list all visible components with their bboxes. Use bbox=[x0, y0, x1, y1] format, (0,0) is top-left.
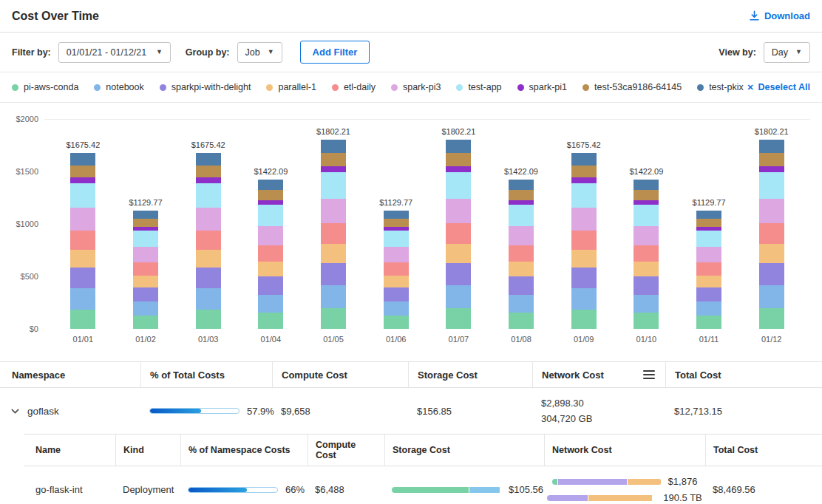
bar-segment-sparkpi-with-delight[interactable] bbox=[321, 263, 346, 286]
bar-segment-notebook[interactable] bbox=[759, 285, 784, 308]
bar-segment-etl-daily[interactable] bbox=[759, 223, 784, 244]
bar-segment-test-53ca9186-64145[interactable] bbox=[321, 153, 346, 166]
bar-segment-test-pkix[interactable] bbox=[759, 140, 784, 153]
bar-segment-pi-aws-conda[interactable] bbox=[70, 310, 95, 329]
bar-segment-test-pkix[interactable] bbox=[321, 140, 346, 153]
legend-item-test-53ca9186-64145[interactable]: test-53ca9186-64145 bbox=[582, 82, 682, 92]
bar-segment-test-53ca9186-64145[interactable] bbox=[384, 219, 409, 227]
bar-segment-test-53ca9186-64145[interactable] bbox=[70, 166, 95, 178]
bar-segment-test-53ca9186-64145[interactable] bbox=[571, 166, 597, 178]
stacked-bar[interactable] bbox=[759, 140, 784, 329]
collapse-chevron-icon[interactable] bbox=[10, 406, 20, 416]
bar-segment-notebook[interactable] bbox=[384, 302, 409, 316]
legend-item-notebook[interactable]: notebook bbox=[94, 82, 143, 92]
legend-item-parallel-1[interactable]: parallel-1 bbox=[266, 82, 316, 92]
bar-segment-spark-pi3[interactable] bbox=[571, 208, 597, 231]
bar-segment-etl-daily[interactable] bbox=[384, 262, 409, 276]
stacked-bar[interactable] bbox=[446, 140, 471, 329]
bar-segment-spark-pi1[interactable] bbox=[571, 177, 597, 183]
bar-segment-pi-aws-conda[interactable] bbox=[196, 310, 221, 329]
bar-segment-etl-daily[interactable] bbox=[696, 262, 721, 276]
bar-segment-spark-pi3[interactable] bbox=[258, 226, 283, 245]
bar-segment-parallel-1[interactable] bbox=[133, 276, 158, 287]
bar-segment-spark-pi3[interactable] bbox=[696, 247, 721, 262]
bar-segment-test-app[interactable] bbox=[634, 205, 659, 225]
bar-segment-notebook[interactable] bbox=[446, 285, 471, 308]
bar-segment-notebook[interactable] bbox=[133, 302, 158, 316]
bar-segment-sparkpi-with-delight[interactable] bbox=[70, 268, 95, 289]
bar-segment-test-53ca9186-64145[interactable] bbox=[696, 219, 721, 227]
bar-segment-parallel-1[interactable] bbox=[321, 244, 346, 263]
bar-segment-spark-pi3[interactable] bbox=[133, 247, 158, 262]
stacked-bar[interactable] bbox=[571, 153, 597, 329]
bar-segment-spark-pi3[interactable] bbox=[70, 208, 95, 231]
bar-segment-spark-pi3[interactable] bbox=[634, 226, 659, 245]
bar-segment-etl-daily[interactable] bbox=[321, 223, 346, 244]
bar-segment-test-53ca9186-64145[interactable] bbox=[509, 190, 534, 200]
bar-segment-test-app[interactable] bbox=[446, 172, 471, 199]
bar-segment-test-53ca9186-64145[interactable] bbox=[133, 219, 158, 227]
bar-segment-sparkpi-with-delight[interactable] bbox=[446, 263, 471, 286]
bar-segment-test-pkix[interactable] bbox=[258, 180, 283, 190]
bar-segment-test-53ca9186-64145[interactable] bbox=[634, 190, 659, 200]
add-filter-button[interactable]: Add Filter bbox=[300, 41, 370, 64]
bar-segment-test-app[interactable] bbox=[70, 183, 95, 208]
bar-segment-notebook[interactable] bbox=[70, 288, 95, 310]
group-by-select[interactable]: Job ▼ bbox=[237, 42, 282, 63]
bar-segment-parallel-1[interactable] bbox=[696, 276, 721, 287]
bar-segment-parallel-1[interactable] bbox=[571, 250, 597, 268]
bar-segment-spark-pi1[interactable] bbox=[196, 177, 221, 183]
bar-segment-notebook[interactable] bbox=[571, 288, 597, 310]
bar-segment-pi-aws-conda[interactable] bbox=[446, 308, 471, 329]
bar-segment-sparkpi-with-delight[interactable] bbox=[571, 268, 597, 289]
bar-segment-notebook[interactable] bbox=[634, 295, 659, 313]
bar-segment-notebook[interactable] bbox=[196, 288, 221, 310]
stacked-bar[interactable] bbox=[384, 211, 409, 329]
bar-segment-spark-pi3[interactable] bbox=[196, 208, 221, 231]
bar-segment-pi-aws-conda[interactable] bbox=[509, 313, 534, 329]
bar-segment-etl-daily[interactable] bbox=[196, 231, 221, 250]
bar-segment-etl-daily[interactable] bbox=[133, 262, 158, 276]
bar-segment-etl-daily[interactable] bbox=[634, 245, 659, 262]
bar-segment-test-pkix[interactable] bbox=[70, 153, 95, 166]
bar-segment-parallel-1[interactable] bbox=[70, 250, 95, 268]
bar-segment-sparkpi-with-delight[interactable] bbox=[133, 287, 158, 302]
bar-segment-spark-pi3[interactable] bbox=[384, 247, 409, 262]
bar-segment-spark-pi3[interactable] bbox=[509, 226, 534, 245]
bar-segment-test-app[interactable] bbox=[509, 205, 534, 225]
workload-row-go-flask-int[interactable]: go-flask-int Deployment 66% $6,488 $105.… bbox=[24, 466, 822, 504]
bar-segment-etl-daily[interactable] bbox=[446, 223, 471, 244]
bar-segment-parallel-1[interactable] bbox=[634, 262, 659, 276]
bar-segment-parallel-1[interactable] bbox=[196, 250, 221, 268]
bar-segment-pi-aws-conda[interactable] bbox=[384, 316, 409, 329]
bar-segment-test-pkix[interactable] bbox=[696, 211, 721, 219]
bar-segment-test-pkix[interactable] bbox=[634, 180, 659, 190]
date-range-select[interactable]: 01/01/21 - 01/12/21 ▼ bbox=[58, 42, 171, 63]
bar-segment-pi-aws-conda[interactable] bbox=[634, 313, 659, 329]
column-settings-icon[interactable] bbox=[642, 369, 656, 381]
legend-item-test-pkix[interactable]: test-pkix bbox=[697, 82, 744, 92]
stacked-bar[interactable] bbox=[634, 180, 659, 329]
bar-segment-parallel-1[interactable] bbox=[759, 244, 784, 263]
bar-segment-test-app[interactable] bbox=[571, 183, 597, 208]
download-button[interactable]: Download bbox=[749, 10, 810, 21]
bar-segment-etl-daily[interactable] bbox=[70, 231, 95, 250]
bar-segment-sparkpi-with-delight[interactable] bbox=[384, 287, 409, 302]
bar-segment-test-app[interactable] bbox=[321, 172, 346, 199]
bar-segment-parallel-1[interactable] bbox=[258, 262, 283, 276]
bar-segment-notebook[interactable] bbox=[696, 302, 721, 316]
bar-segment-spark-pi3[interactable] bbox=[321, 199, 346, 223]
bar-segment-notebook[interactable] bbox=[509, 295, 534, 313]
bar-segment-parallel-1[interactable] bbox=[446, 244, 471, 263]
bar-segment-etl-daily[interactable] bbox=[258, 245, 283, 262]
bar-segment-etl-daily[interactable] bbox=[571, 231, 597, 250]
bar-segment-pi-aws-conda[interactable] bbox=[759, 308, 784, 329]
bar-segment-spark-pi1[interactable] bbox=[321, 166, 346, 172]
stacked-bar[interactable] bbox=[133, 211, 158, 329]
view-by-select[interactable]: Day ▼ bbox=[764, 42, 810, 63]
bar-segment-test-pkix[interactable] bbox=[509, 180, 534, 190]
bar-segment-parallel-1[interactable] bbox=[509, 262, 534, 276]
deselect-all-button[interactable]: ✕ Deselect All bbox=[747, 82, 810, 92]
bar-segment-test-pkix[interactable] bbox=[133, 211, 158, 219]
bar-segment-sparkpi-with-delight[interactable] bbox=[509, 276, 534, 294]
